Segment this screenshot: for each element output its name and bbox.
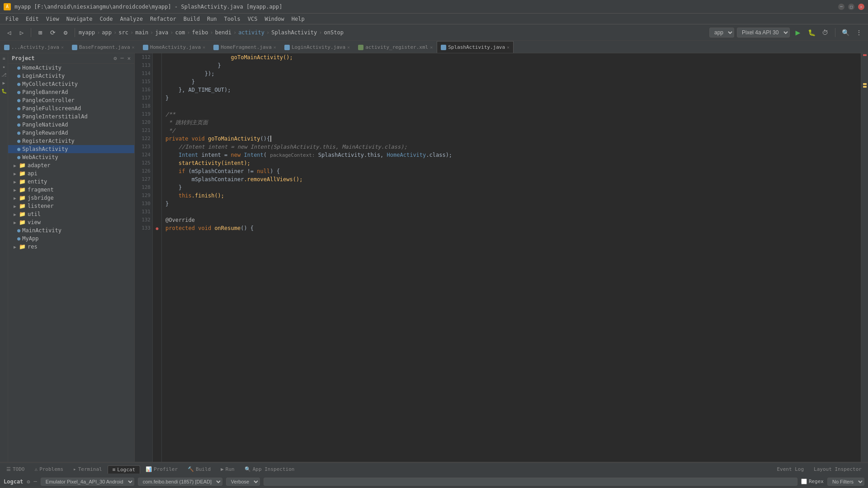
tab-app-inspection[interactable]: 🔍 App Inspection — [240, 465, 299, 473]
package-dropdown[interactable]: com.feibo.bendi (1857) [DEAD] — [138, 478, 222, 486]
tab-build[interactable]: 🔨 Build — [183, 465, 215, 473]
bc-java[interactable]: java — [155, 29, 168, 36]
close-button[interactable]: ✕ — [858, 4, 864, 10]
editor[interactable]: 112 113 114 115 116 117 118 119 120 121 … — [135, 53, 861, 462]
menu-navigate[interactable]: Navigate — [63, 15, 96, 23]
sidebar-collapse-btn[interactable]: ─ — [121, 55, 124, 61]
sidebar-close-btn[interactable]: ✕ — [127, 55, 131, 61]
minimize-icon[interactable]: ─ — [34, 479, 37, 485]
run-tool-btn[interactable]: ▶ — [1, 80, 7, 86]
regex-checkbox[interactable] — [801, 479, 807, 484]
bc-activity[interactable]: activity — [238, 29, 264, 36]
bc-main[interactable]: main — [135, 29, 148, 36]
tree-item-fragment[interactable]: ▶ 📁 fragment — [8, 186, 134, 194]
debug-tool-btn[interactable]: 🐛 — [1, 88, 7, 94]
code-lines[interactable]: goToMainActivity(); } }); } }, AD_TIME_O… — [162, 53, 861, 462]
tab-run[interactable]: ▶ Run — [216, 465, 239, 473]
tab-close-btn[interactable]: ✕ — [347, 45, 350, 50]
menu-file[interactable]: File — [2, 15, 22, 23]
minimize-button[interactable]: ─ — [838, 4, 844, 10]
menu-analyze[interactable]: Analyze — [116, 15, 146, 23]
menu-view[interactable]: View — [42, 15, 63, 23]
tree-item-util[interactable]: ▶ 📁 util — [8, 210, 134, 218]
run-button[interactable]: ▶ — [793, 27, 803, 38]
tree-item-api[interactable]: ▶ 📁 api — [8, 169, 134, 178]
tab-profiler[interactable]: 📊 Profiler — [141, 465, 182, 473]
tab-close-btn[interactable]: ✕ — [430, 45, 433, 50]
tab-close-btn[interactable]: ✕ — [507, 45, 509, 50]
tree-item-mainactivity[interactable]: ● MainActivity — [8, 226, 134, 235]
menu-code[interactable]: Code — [96, 15, 117, 23]
bc-bendi[interactable]: bendi — [215, 29, 231, 36]
back-button[interactable]: ◁ — [4, 27, 14, 38]
tree-item-res[interactable]: ▶ 📁 res — [8, 243, 134, 251]
tree-item-panglerewardad[interactable]: ● PangleRewardAd — [8, 129, 134, 137]
regex-checkbox-label[interactable]: Regex — [801, 479, 824, 484]
forward-button[interactable]: ▷ — [16, 27, 27, 38]
menu-help[interactable]: Help — [288, 15, 308, 23]
tree-item-registeractivity[interactable]: ● RegisterActivity — [8, 137, 134, 145]
menu-edit[interactable]: Edit — [22, 15, 42, 23]
sidebar-settings-btn[interactable]: ⚙ — [113, 55, 117, 61]
tab-activity-java[interactable]: ...Activity.java ✕ — [0, 41, 68, 53]
tab-activity-register-xml[interactable]: activity_register.xml ✕ — [354, 41, 437, 53]
menu-refactor[interactable]: Refactor — [146, 15, 180, 23]
project-structure-button[interactable]: ⊞ — [35, 27, 46, 38]
tree-item-panglecontroller[interactable]: ● PangleController — [8, 96, 134, 104]
menu-run[interactable]: Run — [203, 15, 221, 23]
no-filters-dropdown[interactable]: No Filters — [827, 478, 864, 486]
device-dropdown[interactable]: Emulator Pixel_4a_API_30 Android — [41, 478, 134, 486]
tree-item-entity[interactable]: ▶ 📁 entity — [8, 178, 134, 186]
favorites-btn[interactable]: ★ — [1, 63, 7, 70]
tab-todo[interactable]: ☰ TODO — [2, 465, 29, 473]
menu-vcs[interactable]: VCS — [244, 15, 261, 23]
tab-close-btn[interactable]: ✕ — [203, 45, 205, 50]
bc-src[interactable]: src — [118, 29, 128, 36]
tab-logcat[interactable]: ≡ Logcat — [108, 465, 140, 474]
tree-item-pangleinterstitialad[interactable]: ● PangleInterstitialAd — [8, 113, 134, 121]
app-selector[interactable]: app — [709, 28, 734, 38]
tree-item-splashactivity[interactable]: ● SplashActivity — [8, 145, 134, 153]
git-btn[interactable]: ⎇ — [1, 71, 7, 78]
more-actions-button[interactable]: ⋮ — [854, 27, 864, 38]
tree-item-adapter[interactable]: ▶ 📁 adapter — [8, 161, 134, 169]
tree-item-panglefullscreenad[interactable]: ● PangleFullscreenAd — [8, 104, 134, 113]
bc-com[interactable]: com — [175, 29, 185, 36]
bc-splashactivity[interactable]: SplashActivity — [271, 29, 317, 36]
tree-item-myapp[interactable]: ● MyApp — [8, 235, 134, 243]
bc-onstop[interactable]: onStop — [324, 29, 344, 36]
tree-item-panglenativead[interactable]: ● PangleNativeAd — [8, 121, 134, 129]
settings-button[interactable]: ⚙ — [60, 27, 71, 38]
tab-close-btn[interactable]: ✕ — [61, 45, 64, 50]
profile-button[interactable]: ⏱ — [820, 27, 830, 38]
tree-item-webactivity[interactable]: ● WebActivity — [8, 153, 134, 161]
tree-item-mycollectactivity[interactable]: ● MyCollectActivity — [8, 80, 134, 88]
menu-tools[interactable]: Tools — [221, 15, 244, 23]
sync-button[interactable]: ⟳ — [47, 27, 58, 38]
menu-window[interactable]: Window — [261, 15, 288, 23]
layout-inspector-link[interactable]: Layout Inspector — [809, 465, 866, 473]
gear-icon[interactable]: ⚙ — [27, 479, 30, 485]
bc-feibo[interactable]: feibo — [192, 29, 208, 36]
tab-close-btn[interactable]: ✕ — [132, 45, 135, 50]
menu-build[interactable]: Build — [180, 15, 203, 23]
tree-item-homeactivity[interactable]: ● HomeActivity — [8, 64, 134, 72]
verbose-dropdown[interactable]: Verbose — [226, 478, 260, 486]
structure-btn[interactable]: ≡ — [1, 55, 7, 61]
bc-myapp[interactable]: myapp — [79, 29, 95, 36]
bc-app[interactable]: app — [102, 29, 112, 36]
tree-item-jsbridge[interactable]: ▶ 📁 jsbridge — [8, 194, 134, 202]
debug-button[interactable]: 🐛 — [806, 27, 817, 38]
search-everywhere-button[interactable]: 🔍 — [840, 27, 851, 38]
tree-item-loginactivity[interactable]: ● LoginActivity — [8, 72, 134, 80]
tab-homefragment[interactable]: HomeFragment.java ✕ — [209, 41, 280, 53]
maximize-button[interactable]: □ — [848, 4, 854, 10]
tree-item-listener[interactable]: ▶ 📁 listener — [8, 202, 134, 210]
tab-loginactivity[interactable]: LoginActivity.java ✕ — [280, 41, 354, 53]
tab-basefragment[interactable]: BaseFragment.java ✕ — [68, 41, 139, 53]
tab-splashactivity[interactable]: SplashActivity.java ✕ — [437, 41, 514, 53]
tab-close-btn[interactable]: ✕ — [274, 45, 276, 50]
tab-homeactivity[interactable]: HomeActivity.java ✕ — [139, 41, 210, 53]
device-selector[interactable]: Pixel 4a API 30 — [737, 28, 790, 38]
event-log-link[interactable]: Event Log — [772, 465, 808, 473]
